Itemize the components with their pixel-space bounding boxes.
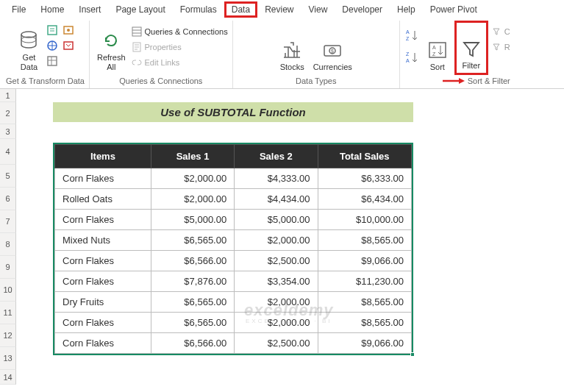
tab-home[interactable]: Home bbox=[33, 1, 71, 18]
existing-conn-icon[interactable] bbox=[62, 39, 75, 52]
ribbon: Get Data Get & Transform Data Refresh Al… bbox=[0, 18, 564, 89]
cell-sales1[interactable]: $6,566.00 bbox=[151, 333, 234, 354]
cell-total[interactable]: $8,565.00 bbox=[318, 230, 411, 251]
cell-sales2[interactable]: $2,000.00 bbox=[235, 292, 318, 313]
row-header-7[interactable]: 7 bbox=[0, 210, 16, 233]
get-data-button[interactable]: Get Data bbox=[15, 21, 43, 74]
cell-sales2[interactable]: $2,000.00 bbox=[235, 230, 318, 251]
cell-item[interactable]: Corn Flakes bbox=[55, 210, 151, 230]
tab-help[interactable]: Help bbox=[390, 1, 423, 18]
cell-sales2[interactable]: $5,000.00 bbox=[235, 210, 318, 230]
grid[interactable]: Use of SUBTOTAL Function Items Sales 1 S… bbox=[16, 89, 564, 385]
from-web-icon[interactable] bbox=[46, 39, 59, 52]
queries-connections-button[interactable]: Queries & Connections bbox=[132, 25, 228, 38]
group-sort-filter: AZ ZA AZ Sort Filter bbox=[400, 21, 515, 88]
row-header-1[interactable]: 1 bbox=[0, 89, 16, 102]
cell-total[interactable]: $9,066.00 bbox=[318, 251, 411, 271]
cell-total[interactable]: $9,066.00 bbox=[318, 333, 411, 354]
cell-sales2[interactable]: $2,500.00 bbox=[235, 333, 318, 354]
tab-review[interactable]: Review bbox=[257, 1, 301, 18]
sort-button[interactable]: AZ Sort bbox=[424, 21, 451, 74]
cell-total[interactable]: $11,230.00 bbox=[318, 271, 411, 292]
currencies-icon: $ bbox=[321, 39, 343, 61]
row-header-9[interactable]: 9 bbox=[0, 256, 16, 279]
row-header-8[interactable]: 8 bbox=[0, 233, 16, 256]
from-table-icon[interactable] bbox=[46, 54, 59, 68]
row-header-4[interactable]: 4 bbox=[0, 139, 16, 165]
currencies-button[interactable]: $ Currencies bbox=[310, 21, 355, 74]
cell-item[interactable]: Mixed Nuts bbox=[55, 230, 151, 251]
from-text-icon[interactable] bbox=[46, 24, 59, 37]
table-row[interactable]: Rolled Oats$2,000.00$4,434.00$6,434.00 bbox=[55, 189, 412, 210]
cell-item[interactable]: Dry Fruits bbox=[55, 292, 151, 313]
tab-formulas[interactable]: Formulas bbox=[173, 1, 224, 18]
col-total[interactable]: Total Sales bbox=[318, 145, 411, 168]
recent-sources-icon[interactable] bbox=[62, 24, 75, 37]
refresh-all-button[interactable]: Refresh All bbox=[94, 21, 129, 74]
table-row[interactable]: Dry Fruits$6,565.00$2,000.00$8,565.00 bbox=[55, 292, 412, 313]
cell-item[interactable]: Corn Flakes bbox=[55, 271, 151, 292]
cell-total[interactable]: $8,565.00 bbox=[318, 313, 411, 333]
row-header-14[interactable]: 14 bbox=[0, 370, 16, 385]
tab-file[interactable]: File bbox=[4, 1, 33, 18]
table-row[interactable]: Corn Flakes$6,566.00$2,500.00$9,066.00 bbox=[55, 333, 412, 354]
row-header-13[interactable]: 13 bbox=[0, 347, 16, 370]
table-row[interactable]: Mixed Nuts$6,565.00$2,000.00$8,565.00 bbox=[55, 230, 412, 251]
table-row[interactable]: Corn Flakes$6,566.00$2,500.00$9,066.00 bbox=[55, 251, 412, 271]
cell-sales2[interactable]: $4,333.00 bbox=[235, 168, 318, 189]
sort-descending-button[interactable]: ZA bbox=[404, 50, 421, 65]
stocks-button[interactable]: Stocks bbox=[277, 21, 307, 74]
cell-sales1[interactable]: $2,000.00 bbox=[151, 168, 234, 189]
row-header-5[interactable]: 5 bbox=[0, 165, 16, 188]
sort-ascending-button[interactable]: AZ bbox=[404, 28, 421, 43]
table-row[interactable]: Corn Flakes$6,565.00$2,000.00$8,565.00 bbox=[55, 313, 412, 333]
cell-sales2[interactable]: $2,000.00 bbox=[235, 313, 318, 333]
row-header-10[interactable]: 10 bbox=[0, 279, 16, 302]
cell-sales1[interactable]: $7,876.00 bbox=[151, 271, 234, 292]
table-row[interactable]: Corn Flakes$5,000.00$5,000.00$10,000.00 bbox=[55, 210, 412, 230]
table-row[interactable]: Corn Flakes$2,000.00$4,333.00$6,333.00 bbox=[55, 168, 412, 189]
row-header-6[interactable]: 6 bbox=[0, 188, 16, 210]
cell-sales1[interactable]: $6,565.00 bbox=[151, 230, 234, 251]
cell-sales1[interactable]: $6,565.00 bbox=[151, 292, 234, 313]
row-headers: 1 2 3 4 5 6 7 8 9 10 11 12 13 14 bbox=[0, 89, 16, 385]
cell-item[interactable]: Rolled Oats bbox=[55, 189, 151, 210]
selection-handle[interactable] bbox=[410, 352, 415, 357]
col-sales1[interactable]: Sales 1 bbox=[151, 145, 234, 168]
filter-button[interactable]: Filter bbox=[457, 24, 485, 72]
cell-item[interactable]: Corn Flakes bbox=[55, 168, 151, 189]
row-header-12[interactable]: 12 bbox=[0, 324, 16, 347]
sort-label: Sort bbox=[430, 63, 445, 72]
cell-total[interactable]: $6,434.00 bbox=[318, 189, 411, 210]
cell-sales1[interactable]: $6,565.00 bbox=[151, 313, 234, 333]
cell-item[interactable]: Corn Flakes bbox=[55, 313, 151, 333]
row-header-11[interactable]: 11 bbox=[0, 302, 16, 324]
tab-view[interactable]: View bbox=[301, 1, 335, 18]
tab-developer[interactable]: Developer bbox=[335, 1, 390, 18]
cell-sales2[interactable]: $3,354.00 bbox=[235, 271, 318, 292]
tab-page-layout[interactable]: Page Layout bbox=[108, 1, 172, 18]
cell-sales1[interactable]: $5,000.00 bbox=[151, 210, 234, 230]
col-sales2[interactable]: Sales 2 bbox=[235, 145, 318, 168]
row-header-2[interactable]: 2 bbox=[0, 102, 16, 124]
row-header-3[interactable]: 3 bbox=[0, 124, 16, 139]
stocks-icon bbox=[281, 39, 303, 61]
cell-item[interactable]: Corn Flakes bbox=[55, 333, 151, 354]
col-items[interactable]: Items bbox=[55, 145, 151, 168]
svg-text:Z: Z bbox=[406, 51, 410, 57]
cell-sales1[interactable]: $6,566.00 bbox=[151, 251, 234, 271]
data-table-selection: Items Sales 1 Sales 2 Total Sales Corn F… bbox=[53, 143, 413, 355]
tab-insert[interactable]: Insert bbox=[71, 1, 108, 18]
table-row[interactable]: Corn Flakes$7,876.00$3,354.00$11,230.00 bbox=[55, 271, 412, 292]
tab-power-pivot[interactable]: Power Pivot bbox=[423, 1, 485, 18]
clear-filter-button[interactable]: C bbox=[491, 25, 510, 38]
cell-total[interactable]: $6,333.00 bbox=[318, 168, 411, 189]
tab-data[interactable]: Data bbox=[224, 1, 257, 18]
cell-sales2[interactable]: $2,500.00 bbox=[235, 251, 318, 271]
cell-item[interactable]: Corn Flakes bbox=[55, 251, 151, 271]
cell-total[interactable]: $10,000.00 bbox=[318, 210, 411, 230]
cell-sales1[interactable]: $2,000.00 bbox=[151, 189, 234, 210]
cell-total[interactable]: $8,565.00 bbox=[318, 292, 411, 313]
reapply-filter-button[interactable]: R bbox=[491, 40, 510, 54]
cell-sales2[interactable]: $4,434.00 bbox=[235, 189, 318, 210]
